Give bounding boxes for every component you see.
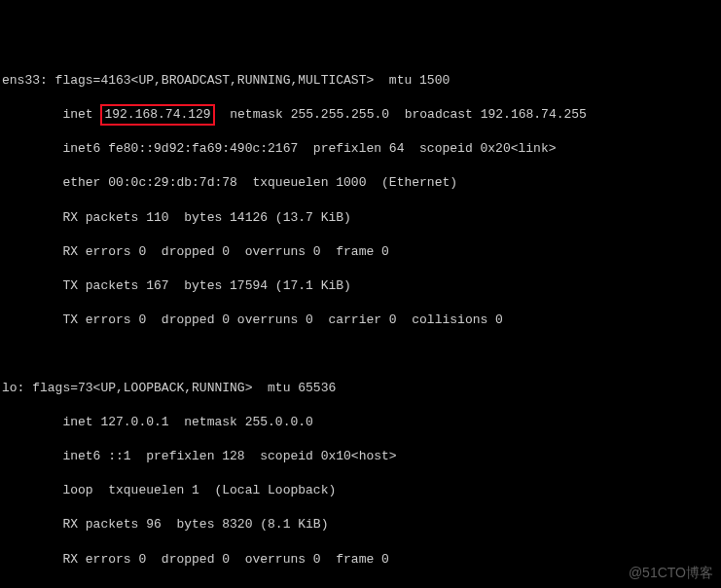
- watermark: @51CTO博客: [629, 564, 713, 582]
- inet-suffix: netmask 255.255.255.0 broadcast 192.168.…: [215, 107, 587, 122]
- lo-rxp: RX packets 96 bytes 8320 (8.1 KiB): [2, 516, 719, 533]
- lo-loop: loop txqueuelen 1 (Local Loopback): [2, 482, 719, 499]
- blank: [2, 346, 719, 363]
- ens33-txe: TX errors 0 dropped 0 overruns 0 carrier…: [2, 312, 719, 329]
- lo-txp: TX packets 96 bytes 8320 (8.1 KiB): [2, 585, 719, 588]
- ens33-ether: ether 00:0c:29:db:7d:78 txqueuelen 1000 …: [2, 174, 719, 192]
- lo-inet6: inet6 ::1 prefixlen 128 scopeid 0x10<hos…: [2, 448, 719, 465]
- ens33-inet: inet 192.168.74.129 netmask 255.255.255.…: [2, 106, 719, 124]
- ens33-rxp: RX packets 110 bytes 14126 (13.7 KiB): [2, 209, 719, 227]
- ens33-ip-highlight: 192.168.74.129: [100, 104, 214, 126]
- lo-header: lo: flags=73<UP,LOOPBACK,RUNNING> mtu 65…: [2, 380, 719, 397]
- ens33-rxe: RX errors 0 dropped 0 overruns 0 frame 0: [2, 243, 719, 261]
- lo-inet: inet 127.0.0.1 netmask 255.0.0.0: [2, 414, 719, 431]
- ens33-header: ens33: flags=4163<UP,BROADCAST,RUNNING,M…: [2, 72, 719, 90]
- inet-prefix: inet: [2, 107, 100, 122]
- lo-rxe: RX errors 0 dropped 0 overruns 0 frame 0: [2, 551, 719, 569]
- ens33-txp: TX packets 167 bytes 17594 (17.1 KiB): [2, 277, 719, 295]
- ens33-inet6: inet6 fe80::9d92:fa69:490c:2167 prefixle…: [2, 140, 719, 158]
